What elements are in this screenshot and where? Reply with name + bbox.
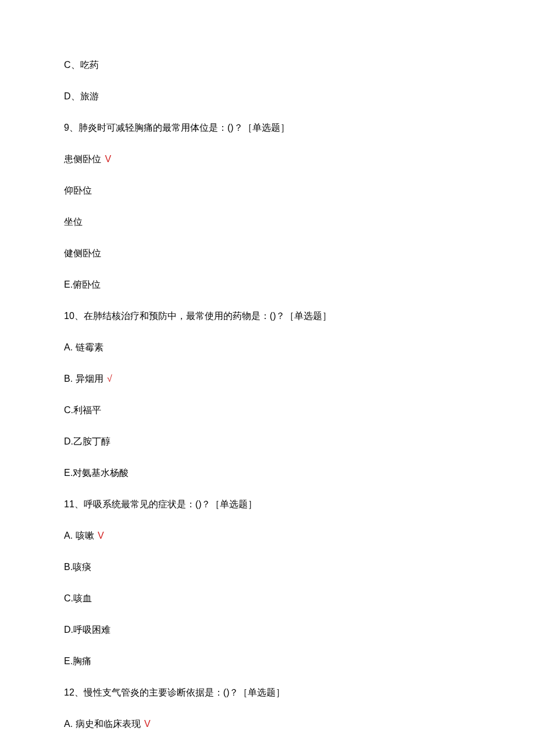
text-line: B.咳痰 [64, 560, 471, 574]
line-text: A. 咳嗽 [64, 531, 94, 540]
line-text: 12、慢性支气管炎的主要诊断依据是：()？［单选题］ [64, 687, 285, 697]
text-line: B. 异烟用 √ [64, 372, 471, 386]
text-line: 9、肺炎时可减轻胸痛的最常用体位是：()？［单选题］ [64, 121, 471, 135]
text-line: 患侧卧位 V [64, 152, 471, 166]
line-text: 9、肺炎时可减轻胸痛的最常用体位是：()？［单选题］ [64, 123, 290, 132]
line-text: 11、呼吸系统最常见的症状是：()？［单选题］ [64, 499, 257, 509]
text-line: 健侧卧位 [64, 246, 471, 260]
line-text: D.乙胺丁醇 [64, 436, 110, 446]
line-text: B. 异烟用 [64, 374, 104, 384]
text-line: 11、呼吸系统最常见的症状是：()？［单选题］ [64, 497, 471, 511]
line-text: C、吃药 [64, 60, 99, 70]
text-line: E.胸痛 [64, 654, 471, 668]
text-line: A. 咳嗽 V [64, 529, 471, 543]
line-text: 坐位 [64, 217, 83, 227]
text-line: 仰卧位 [64, 184, 471, 198]
line-text: D、旅游 [64, 91, 99, 101]
text-line: A. 病史和临床表现 V [64, 717, 471, 731]
text-line: 坐位 [64, 215, 471, 229]
text-line: A. 链霉素 [64, 341, 471, 354]
check-mark-icon: V [102, 154, 111, 164]
text-line: D.乙胺丁醇 [64, 435, 471, 449]
text-line: C、吃药 [64, 58, 471, 72]
line-text: E.胸痛 [64, 656, 91, 666]
text-line: C.利福平 [64, 403, 471, 417]
text-line: C.咳血 [64, 592, 471, 605]
line-text: 10、在肺结核治疗和预防中，最常使用的药物是：()？［单选题］ [64, 311, 331, 321]
check-mark-icon: V [142, 719, 151, 729]
line-text: C.利福平 [64, 405, 101, 415]
line-text: 仰卧位 [64, 185, 92, 195]
text-line: E.对氨基水杨酸 [64, 466, 471, 480]
line-text: B.咳痰 [64, 562, 91, 572]
line-text: E.俯卧位 [64, 280, 101, 289]
line-text: E.对氨基水杨酸 [64, 468, 129, 478]
line-text: C.咳血 [64, 593, 92, 603]
text-line: D、旅游 [64, 89, 471, 103]
text-line: D.呼吸困难 [64, 623, 471, 637]
text-line: E.俯卧位 [64, 278, 471, 292]
check-mark-icon: √ [105, 374, 112, 384]
text-line: 12、慢性支气管炎的主要诊断依据是：()？［单选题］ [64, 686, 471, 700]
text-line: 10、在肺结核治疗和预防中，最常使用的药物是：()？［单选题］ [64, 309, 471, 323]
document-body: C、吃药D、旅游9、肺炎时可减轻胸痛的最常用体位是：()？［单选题］患侧卧位 V… [64, 58, 471, 731]
line-text: A. 病史和临床表现 [64, 719, 141, 729]
line-text: 健侧卧位 [64, 248, 101, 258]
line-text: 患侧卧位 [64, 154, 101, 164]
line-text: A. 链霉素 [64, 342, 104, 352]
check-mark-icon: V [95, 531, 104, 540]
line-text: D.呼吸困难 [64, 625, 110, 635]
